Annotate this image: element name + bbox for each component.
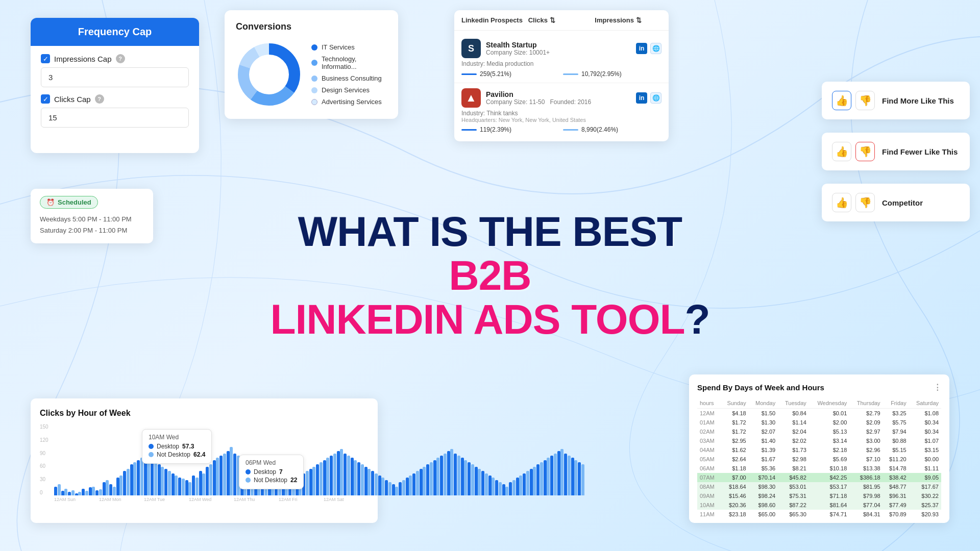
bar-group-25 bbox=[227, 447, 233, 495]
impressions-cap-help[interactable]: ? bbox=[116, 54, 125, 63]
bar-desktop-71 bbox=[544, 460, 547, 495]
scheduled-times: Weekdays 5:00 PM - 11:00 PM Saturday 2:0… bbox=[40, 214, 144, 236]
bar-desktop-56 bbox=[440, 456, 443, 495]
bar-notdesktop-14 bbox=[154, 460, 157, 495]
bar-group-52 bbox=[412, 471, 419, 495]
bar-notdesktop-24 bbox=[223, 454, 226, 495]
bar-notdesktop-67 bbox=[519, 475, 522, 495]
legend-label-4: Design Services bbox=[322, 86, 370, 94]
thumbs-up-inactive[interactable]: 👍 bbox=[832, 142, 851, 161]
bar-desktop-63 bbox=[488, 475, 492, 495]
bar-notdesktop-10 bbox=[127, 469, 130, 495]
bar-group-57 bbox=[447, 449, 454, 495]
bar-group-0 bbox=[54, 484, 61, 495]
competitor-thumbs-up[interactable]: 👍 bbox=[832, 193, 851, 212]
linkedin-link-2[interactable]: in bbox=[636, 92, 647, 104]
bar-notdesktop-17 bbox=[175, 475, 178, 495]
bar-desktop-74 bbox=[564, 454, 567, 495]
bar-notdesktop-64 bbox=[499, 482, 502, 495]
impressions-cap-input[interactable] bbox=[41, 67, 189, 87]
bar-desktop-23 bbox=[213, 460, 216, 495]
bar-notdesktop-38 bbox=[320, 462, 323, 495]
thumbs-down[interactable]: 👎 bbox=[855, 91, 875, 110]
col-thursday: Thursday bbox=[849, 398, 883, 409]
prospect-industry-1: Industry: Media production bbox=[461, 60, 662, 67]
bar-group-8 bbox=[109, 484, 116, 495]
spend-row-3: 03AM$2.95$1.40$2.02$3.14$3.00$0.88$1.07 bbox=[697, 436, 941, 445]
bar-desktop-21 bbox=[199, 471, 202, 495]
linkedin-link-1[interactable]: in bbox=[636, 43, 647, 54]
svg-point-6 bbox=[251, 57, 287, 92]
legend-item-5: Advertising Services bbox=[311, 98, 387, 106]
bar-notdesktop-7 bbox=[106, 480, 109, 495]
bar-desktop-68 bbox=[523, 473, 526, 495]
prospect-row-2: ▲ Pavilion Company Size: 11-50 Founded: … bbox=[454, 83, 669, 138]
bar-notdesktop-51 bbox=[409, 475, 412, 495]
bar-group-74 bbox=[564, 454, 571, 495]
bar-group-37 bbox=[309, 467, 316, 495]
bar-desktop-52 bbox=[412, 473, 415, 495]
bar-notdesktop-72 bbox=[554, 454, 557, 495]
bar-group-65 bbox=[502, 484, 509, 495]
bar-notdesktop-43 bbox=[354, 460, 357, 495]
bar-desktop-7 bbox=[103, 482, 106, 495]
frequency-cap-title: Frequency Cap bbox=[78, 26, 152, 37]
bar-notdesktop-59 bbox=[464, 460, 467, 495]
bar-notdesktop-44 bbox=[361, 464, 364, 495]
bar-notdesktop-62 bbox=[485, 473, 488, 495]
bar-notdesktop-46 bbox=[375, 473, 378, 495]
bar-desktop-12 bbox=[137, 460, 140, 495]
spend-row-10: 10AM$20.36$98.60$87.22$81.64$77.04$77.49… bbox=[697, 500, 941, 510]
bar-group-7 bbox=[103, 480, 109, 495]
bar-desktop-50 bbox=[399, 482, 402, 495]
web-link-1[interactable]: 🌐 bbox=[650, 43, 662, 54]
clicks-cap-input[interactable] bbox=[41, 108, 189, 128]
bar-notdesktop-4 bbox=[85, 491, 88, 495]
y-axis-labels: 150 120 90 60 30 0 bbox=[40, 424, 53, 495]
bar-notdesktop-42 bbox=[347, 456, 350, 495]
col-friday: Friday bbox=[883, 398, 909, 409]
bar-notdesktop-48 bbox=[388, 482, 391, 495]
bar-notdesktop-73 bbox=[560, 449, 564, 495]
clicks-cap-checkbox[interactable]: ✓ bbox=[41, 94, 50, 104]
bar-group-10 bbox=[123, 469, 130, 495]
bar-group-64 bbox=[495, 480, 502, 495]
spend-row-9: 09AM$15.46$98.24$75.31$71.18$79.98$96.31… bbox=[697, 491, 941, 500]
bar-desktop-19 bbox=[185, 480, 188, 495]
impressions-cap-row: ✓ Impressions Cap ? bbox=[41, 54, 189, 87]
headline-area: WHAT IS THE BEST B2B LINKEDIN ADS TOOL? bbox=[260, 210, 720, 341]
frequency-cap-header: Frequency Cap bbox=[31, 18, 199, 46]
clicks-cap-help[interactable]: ? bbox=[95, 94, 104, 104]
thumbs-up-active[interactable]: 👍 bbox=[832, 91, 851, 110]
prospect-name-1: Stealth Startup bbox=[486, 41, 631, 49]
col-saturday: Saturday bbox=[909, 398, 941, 409]
scheduled-time-2: Saturday 2:00 PM - 11:00 PM bbox=[40, 225, 144, 236]
bar-notdesktop-57 bbox=[450, 449, 453, 495]
bar-desktop-38 bbox=[316, 464, 319, 495]
bar-notdesktop-69 bbox=[533, 467, 536, 495]
bar-group-41 bbox=[337, 449, 344, 495]
bar-group-76 bbox=[578, 462, 584, 495]
bar-desktop-45 bbox=[364, 467, 368, 495]
bar-group-72 bbox=[550, 454, 557, 495]
bar-group-40 bbox=[330, 454, 336, 495]
spend-row-5: 05AM$2.64$1.67$2.98$5.69$7.10$11.20$0.00 bbox=[697, 455, 941, 464]
headline-line2: LINKEDIN ADS TOOL? bbox=[260, 297, 720, 341]
legend-item-3: Business Consulting bbox=[311, 74, 387, 82]
prospect-size-1: Company Size: 10001+ bbox=[486, 49, 631, 56]
bar-group-2 bbox=[68, 490, 75, 495]
bar-group-19 bbox=[185, 480, 192, 495]
impressions-cap-checkbox[interactable]: ✓ bbox=[41, 54, 50, 63]
spend-options-icon[interactable]: ⋮ bbox=[934, 383, 941, 392]
bar-notdesktop-23 bbox=[216, 458, 219, 495]
bar-desktop-73 bbox=[557, 451, 560, 495]
bar-desktop-24 bbox=[219, 456, 223, 495]
web-link-2[interactable]: 🌐 bbox=[650, 92, 662, 104]
bar-group-50 bbox=[399, 480, 405, 495]
thumbs-down-active[interactable]: 👎 bbox=[855, 142, 875, 161]
competitor-thumbs-down[interactable]: 👎 bbox=[855, 193, 875, 212]
impressions-column-header[interactable]: Impressions ⇅ bbox=[595, 16, 662, 24]
bar-notdesktop-66 bbox=[512, 480, 516, 495]
clicks-column-header[interactable]: Clicks ⇅ bbox=[528, 16, 595, 24]
bar-group-1 bbox=[61, 489, 68, 495]
